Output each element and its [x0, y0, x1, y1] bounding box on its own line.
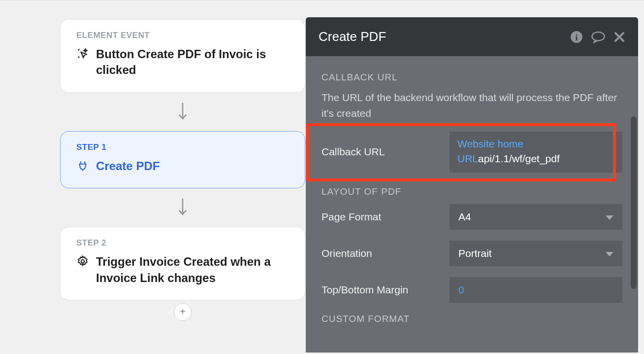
add-step-button[interactable]: +	[60, 303, 305, 321]
panel-title: Create PDF	[319, 29, 386, 44]
gear-icon	[76, 255, 89, 270]
page-format-label: Page Format	[322, 211, 450, 223]
step2-label: STEP 2	[76, 238, 289, 248]
layout-section-label: LAYOUT OF PDF	[322, 186, 622, 197]
info-icon[interactable]: i	[570, 31, 583, 43]
margin-value: 0	[458, 284, 464, 295]
margin-label: Top/Bottom Margin	[322, 284, 450, 296]
margin-input[interactable]: 0	[450, 277, 622, 303]
event-label: ELEMENT EVENT	[76, 31, 289, 40]
static-text: api/1.1/wf/get_pdf	[478, 153, 560, 164]
step1-title: Create PDF	[96, 158, 160, 174]
callback-help-text: The URL of the backend workflow that wil…	[322, 90, 622, 121]
page-format-select[interactable]: A4	[450, 204, 622, 230]
flow-arrow-icon	[60, 93, 305, 131]
chevron-down-icon	[606, 248, 613, 259]
callback-url-field[interactable]: Website home URLapi/1.1/wf/get_pdf	[450, 132, 622, 173]
close-icon[interactable]	[613, 31, 625, 43]
orientation-select[interactable]: Portrait	[450, 241, 622, 266]
cursor-click-icon	[76, 47, 89, 62]
step2-title: Trigger Invoice Created when a Invoice L…	[96, 254, 289, 286]
step1-label: STEP 1	[76, 142, 289, 152]
svg-marker-8	[606, 215, 613, 220]
orientation-label: Orientation	[322, 248, 450, 259]
svg-point-2	[81, 260, 85, 263]
chevron-down-icon	[606, 211, 613, 223]
panel-header[interactable]: Create PDF i	[306, 17, 638, 56]
plug-icon	[76, 159, 89, 174]
scrollbar-thumb[interactable]	[631, 116, 637, 289]
flow-arrow-icon	[60, 188, 305, 227]
property-panel: Create PDF i CALLBACK URL The URL of the…	[306, 17, 638, 353]
event-title: Button Create PDF of Invoic is clicked	[96, 46, 289, 78]
svg-marker-9	[606, 252, 613, 256]
comment-icon[interactable]	[591, 31, 606, 43]
step1-card[interactable]: STEP 1 Create PDF	[60, 131, 305, 188]
event-card[interactable]: ELEMENT EVENT Button Create PDF of Invoi…	[60, 19, 305, 93]
orientation-value: Portrait	[458, 248, 492, 259]
plus-icon: +	[180, 306, 186, 318]
callback-url-label: Callback URL	[322, 146, 450, 158]
custom-format-section-label: CUSTOM FORMAT	[322, 314, 622, 324]
step2-card[interactable]: STEP 2 Trigger Invoice Created when a In…	[60, 227, 305, 300]
callback-section-label: CALLBACK URL	[322, 72, 622, 83]
svg-text:i: i	[576, 33, 578, 42]
page-format-value: A4	[458, 211, 471, 223]
svg-point-5	[592, 32, 605, 41]
